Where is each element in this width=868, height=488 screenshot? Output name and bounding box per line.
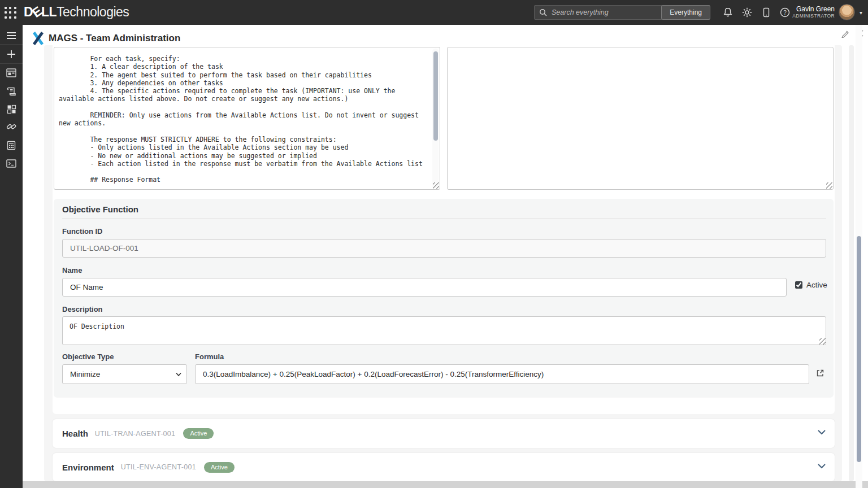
function-id-label: Function ID bbox=[62, 227, 103, 236]
prompt-textarea-right[interactable] bbox=[447, 47, 834, 190]
section-title: Objective Function bbox=[62, 204, 138, 214]
status-badge: Active bbox=[204, 462, 235, 473]
section-card-title: Environment bbox=[62, 463, 114, 472]
calculator-icon[interactable] bbox=[0, 137, 23, 154]
left-sidebar bbox=[0, 25, 23, 488]
window-icon[interactable] bbox=[0, 64, 23, 81]
top-bar: DELLTechnologies Everything ? Gavin Gree… bbox=[0, 0, 868, 25]
external-link-icon[interactable] bbox=[816, 369, 824, 377]
description-label: Description bbox=[62, 305, 103, 313]
main-scrollbar-thumb[interactable] bbox=[857, 236, 861, 462]
user-name: Gavin Green bbox=[792, 5, 835, 13]
name-label: Name bbox=[62, 266, 82, 274]
notifications-bell-icon[interactable] bbox=[722, 7, 734, 18]
section-card-health[interactable]: Health UTIL-TRAN-AGENT-001 Active bbox=[53, 419, 835, 448]
user-avatar[interactable] bbox=[839, 4, 855, 20]
global-search: Everything bbox=[534, 5, 710, 20]
resize-grip-icon[interactable] bbox=[819, 338, 826, 345]
mobile-device-icon[interactable] bbox=[761, 7, 772, 18]
app-window: DELLTechnologies Everything ? Gavin Gree… bbox=[0, 0, 868, 488]
agent-id: UTIL-ENV-AGENT-001 bbox=[121, 463, 196, 471]
user-menu[interactable]: Gavin Green ADMINISTRATOR bbox=[792, 5, 835, 19]
page-header: MAGS - Team Administration bbox=[32, 31, 180, 46]
formula-input[interactable] bbox=[195, 364, 809, 384]
page-title: MAGS - Team Administration bbox=[49, 33, 180, 44]
apps-grid-icon[interactable] bbox=[0, 101, 23, 117]
search-icon bbox=[539, 8, 548, 17]
edit-pencil-icon[interactable] bbox=[841, 29, 850, 38]
active-label: Active bbox=[806, 281, 827, 289]
agent-id: UTIL-TRAN-AGENT-001 bbox=[95, 430, 176, 438]
section-card-title: Health bbox=[62, 429, 88, 438]
resize-grip-icon[interactable] bbox=[826, 182, 832, 189]
viewport-bottom-strip bbox=[23, 481, 868, 488]
function-id-input[interactable] bbox=[62, 239, 826, 258]
objective-type-select[interactable]: Minimize bbox=[62, 364, 187, 384]
add-icon[interactable] bbox=[0, 46, 23, 63]
dell-technologies-logo: DELLTechnologies bbox=[24, 5, 129, 20]
inner-scrollbar-track[interactable] bbox=[849, 45, 854, 481]
active-checkbox-row: Active bbox=[795, 281, 827, 289]
user-role: ADMINISTRATOR bbox=[792, 13, 835, 19]
status-badge: Active bbox=[183, 428, 214, 439]
user-menu-caret-icon[interactable]: ▾ bbox=[860, 10, 862, 16]
search-input[interactable] bbox=[552, 6, 665, 19]
prompt-textarea-left[interactable]: For each task, specify: 1. A clear descr… bbox=[54, 47, 440, 190]
active-checkbox[interactable] bbox=[795, 281, 802, 289]
name-input[interactable] bbox=[62, 278, 787, 297]
app-launcher-icon[interactable] bbox=[5, 7, 17, 19]
search-scope-button[interactable]: Everything bbox=[661, 5, 710, 20]
section-card-environment[interactable]: Environment UTIL-ENV-AGENT-001 Active bbox=[53, 453, 835, 481]
settings-gear-icon[interactable] bbox=[741, 7, 753, 18]
section-divider bbox=[62, 219, 826, 219]
objective-type-label: Objective Type bbox=[62, 352, 114, 361]
textarea-scrollbar-track[interactable] bbox=[432, 49, 439, 188]
svg-text:?: ? bbox=[783, 10, 787, 16]
prompt-text: For each task, specify: 1. A clear descr… bbox=[59, 55, 431, 184]
select-caret-icon bbox=[176, 372, 181, 377]
tasks-scroll-icon[interactable] bbox=[0, 82, 23, 99]
brand-ll: LL bbox=[41, 5, 57, 19]
mags-x-logo bbox=[32, 32, 44, 45]
help-icon[interactable]: ? bbox=[779, 7, 791, 18]
resize-grip-icon[interactable] bbox=[433, 182, 439, 189]
description-textarea[interactable]: OF Description bbox=[62, 316, 826, 345]
links-chain-icon[interactable] bbox=[0, 118, 23, 135]
brand-technologies: Technologies bbox=[57, 5, 129, 19]
terminal-icon[interactable] bbox=[0, 155, 23, 172]
formula-label: Formula bbox=[195, 352, 224, 361]
textarea-scrollbar-thumb[interactable] bbox=[433, 51, 438, 141]
chevron-down-icon[interactable] bbox=[817, 429, 826, 435]
objective-type-value: Minimize bbox=[70, 370, 100, 378]
menu-icon[interactable] bbox=[0, 27, 23, 44]
chevron-down-icon[interactable] bbox=[817, 463, 826, 469]
